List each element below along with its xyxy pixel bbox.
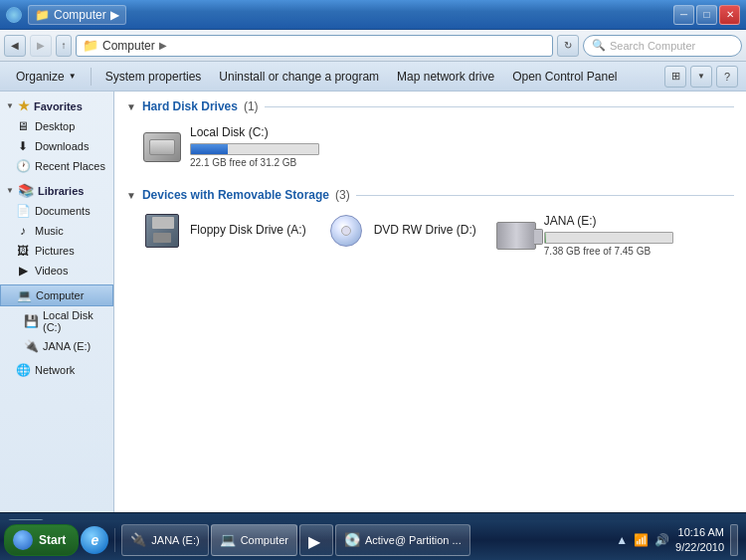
jana-taskbar-label: JANA (E:) xyxy=(151,534,199,546)
favorites-star-icon: ★ xyxy=(18,98,30,113)
show-desktop-button[interactable] xyxy=(730,524,738,556)
sidebar-item-jana[interactable]: 🔌 JANA (E:) xyxy=(0,336,113,356)
jana-taskbar-icon: 🔌 xyxy=(130,532,146,548)
network-icon: 🌐 xyxy=(16,363,30,377)
hard-disk-title: Hard Disk Drives xyxy=(142,99,238,113)
sidebar-item-documents[interactable]: 📄 Documents xyxy=(0,201,113,221)
favorites-label: Favorites xyxy=(34,100,83,112)
title-bar: 📁 Computer ▶ ─ □ ✕ xyxy=(0,0,746,30)
ie-icon[interactable]: e xyxy=(81,526,108,554)
computer-title-icon xyxy=(6,7,22,23)
jana-sidebar-icon: 🔌 xyxy=(24,339,38,353)
tray-network-icon[interactable]: 📶 xyxy=(634,533,649,547)
dvd-icon xyxy=(327,214,365,248)
taskbar-item-media[interactable]: ▶ xyxy=(299,524,333,556)
uninstall-button[interactable]: Uninstall or change a program xyxy=(211,66,387,88)
local-disk-info: Local Disk (C:) 22.1 GB free of 31.2 GB xyxy=(190,125,319,168)
dvd-disc xyxy=(330,215,362,247)
partition-taskbar-label: Active@ Partition ... xyxy=(365,534,462,546)
organize-arrow: ▼ xyxy=(69,72,77,81)
removable-items: Floppy Disk Drive (A:) DVD RW Drive (D:) xyxy=(138,210,734,261)
removable-title: Devices with Removable Storage xyxy=(142,188,329,202)
tray-arrow[interactable]: ▲ xyxy=(616,533,628,547)
start-label: Start xyxy=(39,533,66,547)
local-disk-sidebar-label: Local Disk (C:) xyxy=(43,309,105,333)
section-line-2 xyxy=(356,195,734,196)
window-controls: ─ □ ✕ xyxy=(673,5,740,25)
system-properties-button[interactable]: System properties xyxy=(97,66,210,88)
taskbar-item-computer[interactable]: 💻 Computer xyxy=(211,524,297,556)
hard-disk-arrow: ▼ xyxy=(126,101,136,112)
sidebar-item-music[interactable]: ♪ Music xyxy=(0,221,113,241)
help-button[interactable]: ? xyxy=(716,66,738,88)
local-disk-size: 22.1 GB free of 31.2 GB xyxy=(190,157,319,168)
floppy-disk-item[interactable]: Floppy Disk Drive (A:) xyxy=(138,210,310,261)
sidebar-item-network[interactable]: 🌐 Network xyxy=(0,360,113,380)
jana-name: JANA (E:) xyxy=(544,214,673,228)
favorites-header[interactable]: ▼ ★ Favorites xyxy=(0,95,113,116)
view-options-button[interactable]: ⊞ xyxy=(664,66,686,88)
media-taskbar-icon: ▶ xyxy=(308,532,324,548)
usb-icon xyxy=(496,222,536,250)
section-line-1 xyxy=(265,106,734,107)
start-button[interactable]: Start xyxy=(4,524,79,556)
local-disk-progress-fill xyxy=(191,144,228,154)
favorites-arrow: ▼ xyxy=(6,101,14,110)
search-box[interactable]: 🔍 Search Computer xyxy=(583,35,742,57)
map-network-button[interactable]: Map network drive xyxy=(389,66,502,88)
tray-volume-icon[interactable]: 🔊 xyxy=(654,533,669,547)
forward-button[interactable]: ▶ xyxy=(30,35,52,57)
sidebar-item-videos[interactable]: ▶ Videos xyxy=(0,261,113,280)
dvd-drive-icon xyxy=(326,214,366,248)
sidebar-item-recent-places[interactable]: 🕐 Recent Places xyxy=(0,156,113,176)
minimize-button[interactable]: ─ xyxy=(673,5,694,25)
toolbar-separator-1 xyxy=(91,68,92,86)
address-arrow: ▶ xyxy=(159,40,167,51)
taskbar-right: ▲ 📶 🔊 10:16 AM 9/22/2010 xyxy=(616,524,742,556)
desktop-icon: 🖥 xyxy=(16,119,30,133)
jana-drive-item[interactable]: JANA (E:) 7.38 GB free of 7.45 GB xyxy=(492,210,677,261)
jana-sidebar-label: JANA (E:) xyxy=(43,340,91,352)
music-icon: ♪ xyxy=(16,224,30,238)
floppy-name: Floppy Disk Drive (A:) xyxy=(190,223,306,237)
organize-button[interactable]: Organize ▼ xyxy=(8,66,85,88)
libraries-header[interactable]: ▼ 📚 Libraries xyxy=(0,180,113,201)
computer-taskbar-label: Computer xyxy=(241,534,288,546)
taskbar-item-jana[interactable]: 🔌 JANA (E:) xyxy=(121,524,208,556)
dvd-drive-item[interactable]: DVD RW Drive (D:) xyxy=(322,210,480,261)
clock: 10:16 AM 9/22/2010 xyxy=(675,525,724,556)
address-bar: ◀ ▶ ↑ 📁 Computer ▶ ↻ 🔍 Search Computer xyxy=(0,30,746,62)
sidebar-item-computer[interactable]: 💻 Computer xyxy=(0,284,113,306)
view-dropdown-button[interactable]: ▼ xyxy=(690,66,712,88)
up-button[interactable]: ↑ xyxy=(56,35,72,57)
removable-section-header: ▼ Devices with Removable Storage (3) xyxy=(126,188,734,202)
taskbar-item-partition[interactable]: 💽 Active@ Partition ... xyxy=(335,524,470,556)
sidebar-item-desktop[interactable]: 🖥 Desktop xyxy=(0,116,113,136)
local-disk-item-top: Local Disk (C:) 22.1 GB free of 31.2 GB xyxy=(142,125,319,168)
jana-drive-icon xyxy=(496,219,536,253)
local-disk-progress-bar xyxy=(190,143,319,155)
hard-disk-count: (1) xyxy=(244,99,259,113)
close-button[interactable]: ✕ xyxy=(719,5,740,25)
dvd-info: DVD RW Drive (D:) xyxy=(374,223,476,239)
sidebar-item-pictures[interactable]: 🖼 Pictures xyxy=(0,241,113,261)
title-breadcrumb[interactable]: 📁 Computer ▶ xyxy=(28,5,126,25)
dvd-name: DVD RW Drive (D:) xyxy=(374,223,476,237)
refresh-button[interactable]: ↻ xyxy=(557,35,579,57)
maximize-button[interactable]: □ xyxy=(696,5,717,25)
address-field[interactable]: 📁 Computer ▶ xyxy=(76,35,553,57)
back-button[interactable]: ◀ xyxy=(4,35,26,57)
documents-label: Documents xyxy=(35,205,91,217)
removable-arrow: ▼ xyxy=(126,190,136,201)
open-control-panel-button[interactable]: Open Control Panel xyxy=(504,66,625,88)
network-label: Network xyxy=(35,364,75,376)
local-disk-item[interactable]: Local Disk (C:) 22.1 GB free of 31.2 GB xyxy=(138,121,323,172)
network-section: 🌐 Network xyxy=(0,360,113,380)
taskbar: Start e 🔌 JANA (E:) 💻 Computer ▶ 💽 Activ… xyxy=(0,520,746,560)
libraries-section: ▼ 📚 Libraries 📄 Documents ♪ Music 🖼 Pict… xyxy=(0,180,113,280)
sidebar-item-downloads[interactable]: ⬇ Downloads xyxy=(0,136,113,156)
sidebar-item-local-disk[interactable]: 💾 Local Disk (C:) xyxy=(0,306,113,336)
floppy-item-top: Floppy Disk Drive (A:) xyxy=(142,214,306,248)
computer-section: 💻 Computer 💾 Local Disk (C:) 🔌 JANA (E:) xyxy=(0,284,113,356)
floppy-info: Floppy Disk Drive (A:) xyxy=(190,223,306,239)
